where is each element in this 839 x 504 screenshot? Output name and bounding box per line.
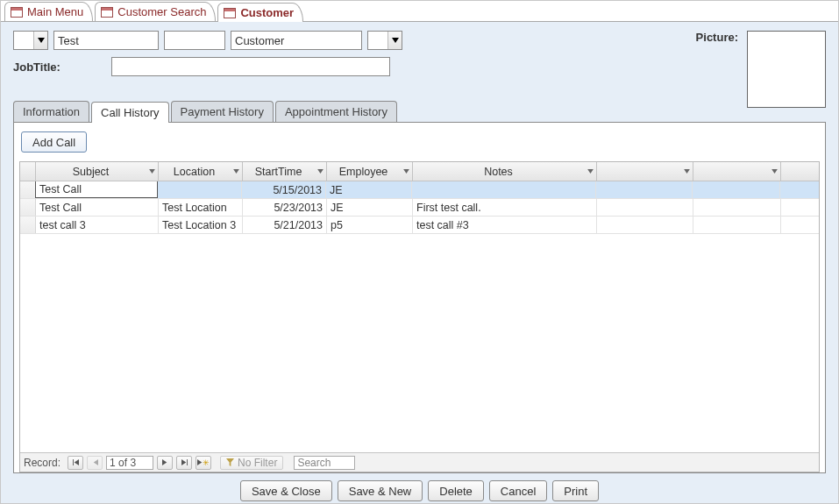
cell-starttime[interactable]: 5/15/2013 bbox=[242, 181, 326, 198]
cell-employee[interactable]: JE bbox=[327, 199, 413, 216]
tab-information[interactable]: Information bbox=[13, 101, 89, 122]
cell-location[interactable]: Test Location bbox=[159, 199, 243, 216]
picture-section: Picture: bbox=[696, 31, 826, 108]
grid-body[interactable]: Test Call 5/15/2013 JE Test Call Test Lo… bbox=[20, 181, 819, 452]
cell-location[interactable] bbox=[158, 181, 242, 198]
jobtitle-field[interactable] bbox=[111, 57, 390, 76]
cancel-button[interactable]: Cancel bbox=[489, 480, 547, 501]
column-header-subject[interactable]: Subject bbox=[36, 162, 159, 181]
doc-tab-customer[interactable]: Customer bbox=[217, 3, 303, 22]
print-button[interactable]: Print bbox=[552, 480, 599, 501]
form-icon bbox=[224, 8, 236, 18]
cell-blank[interactable] bbox=[693, 181, 780, 198]
chevron-down-icon[interactable] bbox=[388, 32, 402, 49]
picture-label: Picture: bbox=[696, 31, 738, 44]
cell-blank[interactable] bbox=[693, 217, 781, 233]
nav-next-button[interactable] bbox=[157, 456, 173, 470]
suffix-combo[interactable] bbox=[367, 31, 402, 50]
record-navigator: Record: 1 of 3 ✳ No Filter Search bbox=[20, 452, 819, 472]
column-header-blank-2[interactable] bbox=[693, 162, 781, 181]
nav-new-button[interactable]: ✳ bbox=[196, 456, 211, 470]
record-label: Record: bbox=[24, 457, 60, 469]
row-selector[interactable] bbox=[20, 217, 36, 233]
jobtitle-label: JobTitle: bbox=[13, 60, 60, 74]
table-row[interactable]: Test Call Test Location 5/23/2013 JE Fir… bbox=[20, 199, 819, 217]
cell-subject[interactable]: test call 3 bbox=[36, 217, 159, 233]
doc-tab-label: Main Menu bbox=[27, 5, 83, 18]
add-call-button[interactable]: Add Call bbox=[21, 131, 87, 153]
tab-payment-history[interactable]: Payment History bbox=[171, 101, 274, 122]
cell-notes[interactable]: First test call. bbox=[413, 199, 597, 216]
cell-employee[interactable]: p5 bbox=[327, 217, 413, 233]
last-name-field[interactable]: Customer bbox=[231, 31, 362, 50]
row-selector[interactable] bbox=[20, 199, 36, 216]
column-header-location[interactable]: Location bbox=[159, 162, 243, 181]
panel-toolbar: Add Call bbox=[19, 128, 820, 156]
picture-placeholder[interactable] bbox=[747, 31, 826, 108]
save-close-button[interactable]: Save & Close bbox=[240, 480, 332, 501]
filter-indicator[interactable]: No Filter bbox=[220, 456, 283, 470]
cell-starttime[interactable]: 5/21/2013 bbox=[243, 217, 327, 233]
form-icon bbox=[101, 7, 113, 18]
search-placeholder: Search bbox=[297, 457, 331, 469]
cell-blank[interactable] bbox=[597, 199, 693, 216]
prefix-combo[interactable] bbox=[13, 31, 48, 50]
customer-form: Test Customer JobTitle: Picture: Informa… bbox=[1, 22, 838, 503]
cell-subject[interactable]: Test Call bbox=[35, 181, 158, 198]
funnel-icon bbox=[226, 458, 234, 466]
record-position-field[interactable]: 1 of 3 bbox=[106, 456, 153, 470]
tab-call-history[interactable]: Call History bbox=[91, 102, 168, 123]
row-selector[interactable] bbox=[20, 181, 36, 198]
call-history-panel: Add Call Subject Location StartTime bbox=[13, 123, 826, 473]
delete-button[interactable]: Delete bbox=[428, 480, 484, 501]
record-search-field[interactable]: Search bbox=[294, 456, 355, 470]
nav-prev-button[interactable] bbox=[87, 456, 103, 470]
cell-subject[interactable]: Test Call bbox=[36, 199, 159, 216]
cell-employee[interactable]: JE bbox=[326, 181, 412, 198]
middle-name-field[interactable] bbox=[164, 31, 225, 50]
column-header-notes[interactable]: Notes bbox=[413, 162, 597, 181]
cell-starttime[interactable]: 5/23/2013 bbox=[243, 199, 327, 216]
cell-blank[interactable] bbox=[596, 181, 693, 198]
table-row[interactable]: test call 3 Test Location 3 5/21/2013 p5… bbox=[20, 217, 819, 234]
grid-header: Subject Location StartTime Employee bbox=[20, 162, 819, 181]
form-actions: Save & Close Save & New Delete Cancel Pr… bbox=[13, 473, 826, 504]
form-icon bbox=[11, 7, 23, 18]
chevron-down-icon[interactable] bbox=[680, 162, 693, 181]
cell-blank[interactable] bbox=[597, 217, 693, 233]
column-header-blank-1[interactable] bbox=[597, 162, 693, 181]
doc-tab-customer-search[interactable]: Customer Search bbox=[95, 2, 216, 21]
chevron-down-icon[interactable] bbox=[400, 162, 412, 181]
nav-last-button[interactable] bbox=[176, 456, 192, 470]
chevron-down-icon[interactable] bbox=[146, 162, 158, 181]
tab-appointment-history[interactable]: Appointment History bbox=[275, 101, 397, 122]
chevron-down-icon[interactable] bbox=[33, 32, 47, 49]
doc-tab-label: Customer bbox=[240, 6, 294, 19]
column-header-employee[interactable]: Employee bbox=[327, 162, 413, 181]
cell-location[interactable]: Test Location 3 bbox=[159, 217, 243, 233]
doc-tab-label: Customer Search bbox=[117, 5, 206, 18]
select-all-cell[interactable] bbox=[20, 162, 36, 181]
first-name-field[interactable]: Test bbox=[53, 31, 159, 50]
cell-blank[interactable] bbox=[693, 199, 781, 216]
detail-tabs-container: Information Call History Payment History… bbox=[13, 101, 826, 473]
chevron-down-icon[interactable] bbox=[768, 162, 780, 181]
calls-grid: Subject Location StartTime Employee bbox=[19, 161, 820, 472]
chevron-down-icon[interactable] bbox=[314, 162, 326, 181]
cell-notes[interactable]: test call #3 bbox=[413, 217, 597, 233]
doc-tab-main-menu[interactable]: Main Menu bbox=[4, 2, 93, 21]
chevron-down-icon[interactable] bbox=[584, 162, 596, 181]
cell-notes[interactable] bbox=[412, 181, 596, 198]
document-tabs: Main Menu Customer Search Customer bbox=[1, 1, 838, 22]
nav-first-button[interactable] bbox=[68, 456, 83, 470]
column-header-starttime[interactable]: StartTime bbox=[243, 162, 327, 181]
chevron-down-icon[interactable] bbox=[230, 162, 242, 181]
save-new-button[interactable]: Save & New bbox=[338, 480, 423, 501]
table-row[interactable]: Test Call 5/15/2013 JE bbox=[20, 181, 819, 199]
